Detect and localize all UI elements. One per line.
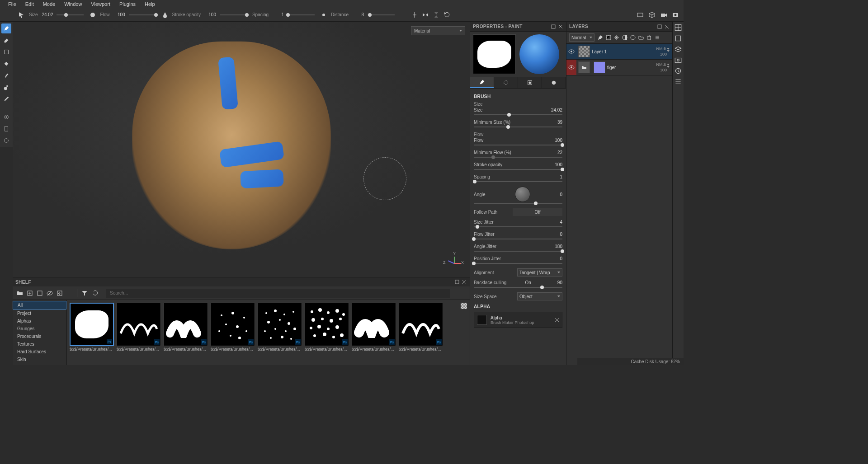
- shelf-cat-project[interactable]: Project: [13, 309, 66, 317]
- menu-viewport[interactable]: Viewport: [86, 0, 115, 8]
- folder-icon[interactable]: [16, 290, 24, 297]
- close-icon[interactable]: [555, 318, 559, 322]
- tab-alpha[interactable]: [494, 77, 518, 88]
- flow-value[interactable]: 100: [555, 138, 562, 143]
- stroke-opacity-slider[interactable]: [220, 14, 247, 15]
- tab-stencil[interactable]: [518, 77, 542, 88]
- layer-name[interactable]: Layer 1: [592, 49, 656, 54]
- menu-plugins[interactable]: Plugins: [115, 0, 140, 8]
- menu-window[interactable]: Window: [60, 0, 86, 8]
- shelf-item[interactable]: Ps $$$/Presets/Brushes/...: [305, 303, 349, 352]
- document-tool[interactable]: [1, 124, 11, 134]
- mirror-x-icon[interactable]: [422, 11, 429, 19]
- add-effect-icon[interactable]: [613, 34, 620, 41]
- shelf-cat-grunges[interactable]: Grunges: [13, 325, 66, 333]
- add-folder-icon[interactable]: [638, 34, 644, 41]
- photo-side-icon[interactable]: [674, 56, 682, 64]
- shelf-item[interactable]: Ps $$$/Presets/Brushes/...: [70, 303, 114, 352]
- sizejitter-slider[interactable]: [474, 226, 562, 227]
- shelf-item[interactable]: Ps $$$/Presets/Brushes/...: [211, 303, 255, 352]
- flowjitter-value[interactable]: 0: [560, 232, 562, 237]
- material-preview-sphere[interactable]: [519, 34, 559, 74]
- properties-scroll[interactable]: BRUSH Size Size24.02 Minimum Size (%)39 …: [470, 89, 566, 365]
- shelf-item[interactable]: Ps $$$/Presets/Brushes/...: [164, 303, 208, 352]
- paint-tool[interactable]: [1, 23, 11, 33]
- backface-value[interactable]: 90: [557, 280, 562, 285]
- eye-icon[interactable]: [566, 48, 576, 55]
- 3d-viewport[interactable]: Material Y X Z: [13, 22, 470, 277]
- size-slider[interactable]: [474, 114, 562, 115]
- size-value[interactable]: 24.02: [551, 108, 562, 112]
- spacing-slider[interactable]: [474, 181, 562, 182]
- settings-tool[interactable]: [1, 112, 11, 122]
- maximize-icon[interactable]: [454, 279, 460, 285]
- angle-wheel[interactable]: [515, 187, 530, 202]
- flow-slider[interactable]: [474, 145, 562, 145]
- dot-icon[interactable]: [320, 11, 327, 19]
- strokeop-slider[interactable]: [474, 169, 562, 170]
- size-slider[interactable]: [57, 14, 84, 15]
- blend-mode-dropdown[interactable]: Normal: [569, 33, 594, 42]
- sizejitter-value[interactable]: 4: [560, 220, 562, 225]
- menu-mode[interactable]: Mode: [38, 0, 60, 8]
- backface-toggle[interactable]: On: [525, 280, 539, 285]
- add-smart-icon[interactable]: [630, 34, 636, 41]
- brush-preview[interactable]: [473, 34, 516, 74]
- fill-tool[interactable]: [1, 59, 11, 69]
- eye-icon[interactable]: [566, 60, 576, 75]
- layer-name[interactable]: tiger: [607, 65, 656, 70]
- hide-icon[interactable]: [46, 290, 53, 297]
- alignment-select[interactable]: Tangent | Wrap: [517, 268, 562, 277]
- history-side-icon[interactable]: [674, 67, 682, 75]
- picker-tool[interactable]: [1, 94, 11, 104]
- shelf-item[interactable]: Ps $$$/Presets/Brushes/...: [258, 303, 302, 352]
- tab-brush[interactable]: [470, 77, 494, 88]
- mirror-y-icon[interactable]: [433, 11, 440, 19]
- layer-opacity[interactable]: 100: [660, 68, 670, 72]
- spacing-slider[interactable]: [288, 14, 315, 15]
- camera-icon[interactable]: [660, 11, 667, 19]
- shelf-cat-textures[interactable]: Textures: [13, 340, 66, 348]
- import-icon[interactable]: [56, 290, 63, 297]
- flow-value[interactable]: 100: [112, 12, 125, 17]
- tab-material[interactable]: [542, 77, 566, 88]
- shelf-item[interactable]: Ps $$$/Presets/Brushes/...: [117, 303, 161, 352]
- minsize-value[interactable]: 39: [557, 120, 562, 125]
- angle-slider[interactable]: [474, 203, 562, 204]
- shelf-cat-alphas[interactable]: Alphas: [13, 317, 66, 325]
- filter-icon[interactable]: [81, 290, 88, 297]
- perspective-icon[interactable]: [637, 11, 644, 19]
- spacing-value[interactable]: 1: [560, 174, 562, 179]
- add-icon[interactable]: [26, 290, 33, 297]
- anglejitter-value[interactable]: 180: [555, 244, 562, 249]
- replay-icon[interactable]: [443, 11, 451, 19]
- flow-slider[interactable]: [129, 14, 156, 15]
- strokeop-value[interactable]: 100: [555, 162, 562, 167]
- spacing-value[interactable]: 1: [270, 12, 284, 17]
- material-dropdown[interactable]: Material: [411, 26, 465, 35]
- layer-opacity[interactable]: 100: [660, 52, 670, 56]
- add-mask-icon[interactable]: [622, 34, 628, 41]
- shelf-cat-procedurals[interactable]: Procedurals: [13, 333, 66, 340]
- refresh-tool[interactable]: [1, 136, 11, 145]
- droplet-icon[interactable]: [161, 11, 169, 19]
- shelf-cat-all[interactable]: All: [13, 301, 66, 309]
- close-icon[interactable]: [462, 279, 467, 285]
- menu-file[interactable]: File: [4, 0, 21, 8]
- close-icon[interactable]: [664, 24, 670, 29]
- layer-row[interactable]: tiger NMdt 100: [566, 60, 672, 75]
- menu-edit[interactable]: Edit: [21, 0, 38, 8]
- cursor-icon[interactable]: [18, 11, 25, 19]
- posjitter-value[interactable]: 0: [560, 256, 562, 261]
- backface-slider[interactable]: [474, 287, 562, 288]
- anglejitter-slider[interactable]: [474, 251, 562, 252]
- menu-help[interactable]: Help: [140, 0, 160, 8]
- symmetry-icon[interactable]: [411, 11, 418, 19]
- save-icon[interactable]: [36, 290, 43, 297]
- shelf-item[interactable]: Ps $$$/Presets/Brushes/...: [399, 303, 443, 352]
- cube-icon[interactable]: [648, 11, 656, 19]
- followpath-toggle[interactable]: Off: [513, 208, 562, 216]
- log-side-icon[interactable]: [674, 78, 682, 86]
- maximize-icon[interactable]: [551, 24, 556, 29]
- minsize-slider[interactable]: [474, 127, 562, 127]
